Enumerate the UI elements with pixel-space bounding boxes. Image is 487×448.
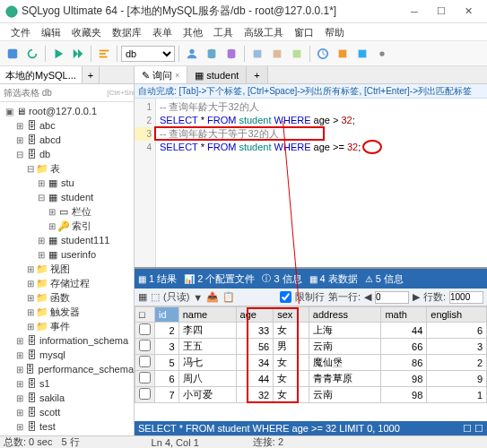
database-icon: 🗄: [24, 364, 36, 375]
query-tab-0[interactable]: ✎询问×: [135, 66, 187, 83]
table-row[interactable]: 6周八44女青青草原989: [135, 371, 487, 387]
sched-icon[interactable]: [314, 45, 332, 63]
close-tab-icon[interactable]: ×: [175, 66, 179, 84]
result-tab-3[interactable]: ⓘ 3 信息: [262, 272, 301, 286]
export-icon[interactable]: [334, 45, 352, 63]
table-row[interactable]: 5冯七34女魔仙堡862: [135, 355, 487, 371]
menu-file[interactable]: 文件: [5, 23, 36, 40]
menu-fav[interactable]: 收藏夹: [66, 23, 107, 40]
table-icon: ▦: [47, 177, 59, 188]
menu-adv[interactable]: 高级工具: [239, 23, 289, 40]
result-grid[interactable]: □ id name age sex address math english 2…: [135, 306, 487, 421]
main-toolbar: db: [0, 41, 487, 66]
svg-rect-2: [100, 49, 109, 51]
svg-point-0: [6, 5, 17, 16]
folder-icon: 📁: [36, 263, 48, 274]
svg-rect-9: [274, 49, 282, 57]
database-icon: 🗄: [25, 134, 38, 145]
svg-rect-8: [254, 49, 262, 57]
table-icon: ▦: [195, 66, 204, 84]
table-row[interactable]: 7小可爱32女云南981: [135, 387, 487, 403]
import-icon[interactable]: [353, 45, 371, 63]
settings-icon[interactable]: [373, 45, 391, 63]
db-icon[interactable]: [203, 45, 221, 63]
row-count-input[interactable]: [449, 291, 483, 304]
folder-icon: 📁: [36, 306, 48, 317]
table-icon: ▦: [47, 192, 59, 202]
database-icon: 🗄: [25, 149, 38, 159]
result-tabs: ▦ 1 结果 📊 2 个配置文件 ⓘ 3 信息 ▦ 4 表数据 ⚠ 5 信息: [135, 269, 487, 289]
menu-table[interactable]: 表单: [147, 23, 178, 40]
svg-rect-1: [8, 48, 18, 58]
tool3-icon[interactable]: [288, 45, 306, 63]
database-icon: 🗄: [25, 120, 38, 131]
menu-other[interactable]: 其他: [178, 23, 208, 40]
table-icon: ▦: [47, 235, 59, 246]
svg-rect-13: [359, 49, 367, 57]
refresh-icon[interactable]: [23, 45, 41, 63]
menu-bar: 文件 编辑 收藏夹 数据库 表单 其他 工具 高级工具 窗口 帮助: [0, 23, 487, 41]
database-icon: 🗄: [25, 335, 38, 346]
menu-help[interactable]: 帮助: [319, 23, 350, 40]
run-all-icon[interactable]: [69, 45, 87, 63]
result-tab-5[interactable]: ⚠ 5 信息: [365, 272, 404, 286]
tool1-icon[interactable]: [248, 45, 266, 63]
folder-icon: 📁: [36, 278, 48, 289]
status-pos: Ln 4, Col 1: [152, 437, 199, 448]
result-tab-2[interactable]: 📊 2 个配置文件: [184, 272, 255, 286]
format-icon[interactable]: [95, 45, 113, 63]
connection-tab-add[interactable]: +: [83, 66, 100, 83]
query-icon: ✎: [142, 66, 150, 84]
form-view-icon[interactable]: ⬚: [151, 291, 160, 303]
status-total: 总数: 0 sec: [4, 435, 52, 448]
db-selector[interactable]: db: [121, 46, 175, 62]
menu-tools[interactable]: 工具: [208, 23, 239, 40]
folder-icon: 📁: [36, 292, 48, 303]
maximize-button[interactable]: ☐: [428, 3, 455, 21]
query-tab-add[interactable]: +: [247, 66, 267, 83]
editor-hint: 自动完成: [Tab]->下个标签, [Ctrl+Space]->列出所有标签,…: [135, 84, 487, 99]
menu-db[interactable]: 数据库: [107, 23, 147, 40]
svg-rect-4: [100, 56, 108, 57]
table-row[interactable]: 3王五56男云南663: [135, 339, 487, 355]
copy-icon[interactable]: 📋: [222, 291, 235, 303]
backup-icon[interactable]: [222, 45, 240, 63]
svg-rect-12: [339, 49, 347, 57]
query-tab-1[interactable]: ▦student: [187, 66, 247, 83]
status-conn: 连接: 2: [253, 435, 283, 448]
object-tree[interactable]: ▣🖥root@127.0.0.1 ⊞🗄abc ⊞🗄abcd ⊟🗄db ⊟📁表 ⊞…: [0, 102, 134, 435]
executed-sql: SELECT * FROM student WHERE age >= 32 LI…: [138, 421, 400, 435]
sql-editor[interactable]: 1 2 3 4 -- 查询年龄大于32的人 SELECT * FROM stud…: [135, 99, 487, 269]
result-tab-4[interactable]: ▦ 4 表数据: [309, 272, 358, 286]
svg-rect-3: [100, 53, 106, 55]
svg-point-14: [379, 51, 384, 56]
result-tab-1[interactable]: ▦ 1 结果: [138, 272, 177, 286]
window-title: SQLyog Ultimate 64 - [本地的MySQL服务器/db - r…: [22, 4, 401, 19]
status-rows: 5 行: [61, 435, 79, 448]
minimize-button[interactable]: ─: [401, 3, 428, 21]
export-icon[interactable]: 📤: [206, 291, 219, 303]
connection-tab[interactable]: 本地的MySQL...: [0, 66, 83, 83]
limit-checkbox[interactable]: [280, 291, 291, 303]
close-button[interactable]: ✕: [455, 3, 482, 21]
app-logo: [5, 5, 18, 18]
folder-icon: 📁: [36, 163, 48, 174]
database-icon: 🗄: [25, 407, 38, 418]
column-icon: ▭: [57, 206, 70, 217]
filter-clear-icon[interactable]: [Ctrl+Shift+B]: [121, 84, 135, 101]
filter-input[interactable]: [0, 84, 121, 101]
run-icon[interactable]: [49, 45, 67, 63]
table-row[interactable]: 2李四33女上海446: [135, 323, 487, 339]
server-icon: 🖥: [14, 106, 27, 116]
database-icon: 🗄: [25, 378, 38, 389]
first-row-input[interactable]: [375, 291, 409, 304]
database-icon: 🗄: [25, 421, 38, 432]
users-icon[interactable]: [183, 45, 201, 63]
new-conn-icon[interactable]: [4, 45, 22, 63]
menu-edit[interactable]: 编辑: [36, 23, 66, 40]
readonly-label: (只读): [163, 290, 189, 304]
tool2-icon[interactable]: [268, 45, 286, 63]
index-icon: 🔑: [57, 220, 70, 231]
menu-window[interactable]: 窗口: [289, 23, 319, 40]
grid-view-icon[interactable]: ▦: [138, 291, 147, 303]
